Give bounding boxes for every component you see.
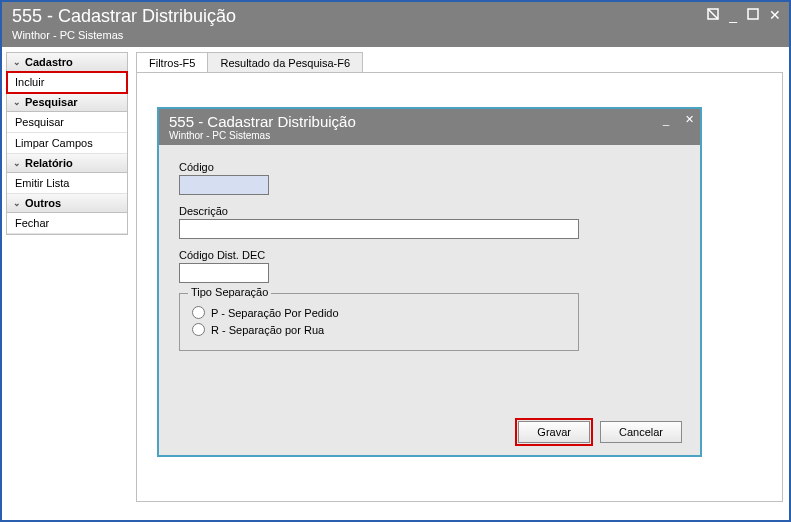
- tipo-separacao-group: Tipo Separação P - Separação Por Pedido …: [179, 293, 579, 351]
- restore-icon[interactable]: [707, 8, 719, 22]
- sidebar-item-label: Fechar: [15, 217, 49, 229]
- radio-input-rua[interactable]: [192, 323, 205, 336]
- button-label: Gravar: [537, 426, 571, 438]
- codigo-input[interactable]: [179, 175, 269, 195]
- radio-input-pedido[interactable]: [192, 306, 205, 319]
- close-icon[interactable]: ✕: [769, 8, 781, 22]
- tab-filtros[interactable]: Filtros-F5: [136, 52, 208, 73]
- dialog-button-row: Gravar Cancelar: [518, 421, 682, 443]
- sidebar-item-label: Emitir Lista: [15, 177, 69, 189]
- minimize-icon[interactable]: _: [729, 8, 737, 22]
- sidebar-item-label: Pesquisar: [15, 116, 64, 128]
- sidebar-item-label: Limpar Campos: [15, 137, 93, 149]
- tab-label: Filtros-F5: [149, 57, 195, 69]
- dec-label: Código Dist. DEC: [179, 249, 680, 261]
- field-codigo: Código: [179, 161, 680, 195]
- main-body: ⌄Cadastro Incluir ⌄Pesquisar Pesquisar L…: [2, 48, 789, 520]
- tab-resultado[interactable]: Resultado da Pesquisa-F6: [207, 52, 363, 73]
- codigo-label: Código: [179, 161, 680, 173]
- dialog-body: Código Descrição Código Dist. DEC Tipo S…: [159, 145, 700, 455]
- field-descricao: Descrição: [179, 205, 680, 239]
- chevron-down-icon: ⌄: [13, 198, 21, 208]
- descricao-label: Descrição: [179, 205, 680, 217]
- svg-line-1: [708, 9, 718, 19]
- dialog-titlebar: 555 - Cadastrar Distribuição Winthor - P…: [159, 109, 700, 145]
- sidebar-item-label: Incluir: [15, 76, 44, 88]
- minimize-icon[interactable]: _: [663, 114, 669, 126]
- sidebar-header-relatorio[interactable]: ⌄Relatório: [7, 154, 127, 173]
- dialog-subtitle: Winthor - PC Sistemas: [169, 130, 690, 141]
- descricao-input[interactable]: [179, 219, 579, 239]
- maximize-icon[interactable]: [747, 8, 759, 22]
- dialog-window: 555 - Cadastrar Distribuição Winthor - P…: [157, 107, 702, 457]
- cancelar-button[interactable]: Cancelar: [600, 421, 682, 443]
- sidebar-header-label: Cadastro: [25, 56, 73, 68]
- chevron-down-icon: ⌄: [13, 158, 21, 168]
- tab-label: Resultado da Pesquisa-F6: [220, 57, 350, 69]
- sidebar-header-label: Relatório: [25, 157, 73, 169]
- sidebar-item-pesquisar[interactable]: Pesquisar: [7, 112, 127, 133]
- radio-separacao-pedido[interactable]: P - Separação Por Pedido: [192, 306, 566, 319]
- svg-rect-2: [748, 9, 758, 19]
- sidebar-header-outros[interactable]: ⌄Outros: [7, 194, 127, 213]
- sidebar-item-limpar-campos[interactable]: Limpar Campos: [7, 133, 127, 154]
- sidebar-header-label: Pesquisar: [25, 96, 78, 108]
- main-window-subtitle: Winthor - PC Sistemas: [12, 29, 779, 41]
- sidebar-header-label: Outros: [25, 197, 61, 209]
- close-icon[interactable]: ✕: [685, 113, 694, 126]
- dec-input[interactable]: [179, 263, 269, 283]
- dialog-controls: _ ✕: [655, 113, 694, 126]
- button-label: Cancelar: [619, 426, 663, 438]
- gravar-button[interactable]: Gravar: [518, 421, 590, 443]
- chevron-down-icon: ⌄: [13, 97, 21, 107]
- sidebar-header-pesquisar[interactable]: ⌄Pesquisar: [7, 93, 127, 112]
- sidebar-header-cadastro[interactable]: ⌄Cadastro: [7, 53, 127, 72]
- tipo-separacao-legend: Tipo Separação: [188, 286, 271, 298]
- chevron-down-icon: ⌄: [13, 57, 21, 67]
- dialog-title: 555 - Cadastrar Distribuição: [169, 113, 690, 130]
- radio-label: R - Separação por Rua: [211, 324, 324, 336]
- tab-strip: Filtros-F5 Resultado da Pesquisa-F6: [136, 52, 362, 73]
- main-window-title: 555 - Cadastrar Distribuição: [12, 6, 779, 27]
- sidebar-item-incluir[interactable]: Incluir: [7, 72, 127, 93]
- main-window: 555 - Cadastrar Distribuição Winthor - P…: [0, 0, 791, 522]
- sidebar-item-emitir-lista[interactable]: Emitir Lista: [7, 173, 127, 194]
- content-panel: 555 - Cadastrar Distribuição Winthor - P…: [136, 72, 783, 502]
- radio-separacao-rua[interactable]: R - Separação por Rua: [192, 323, 566, 336]
- field-codigo-dist-dec: Código Dist. DEC: [179, 249, 680, 283]
- radio-label: P - Separação Por Pedido: [211, 307, 339, 319]
- sidebar-item-fechar[interactable]: Fechar: [7, 213, 127, 234]
- main-titlebar: 555 - Cadastrar Distribuição Winthor - P…: [2, 2, 789, 47]
- sidebar: ⌄Cadastro Incluir ⌄Pesquisar Pesquisar L…: [6, 52, 128, 235]
- main-window-controls: _ ✕: [707, 8, 781, 22]
